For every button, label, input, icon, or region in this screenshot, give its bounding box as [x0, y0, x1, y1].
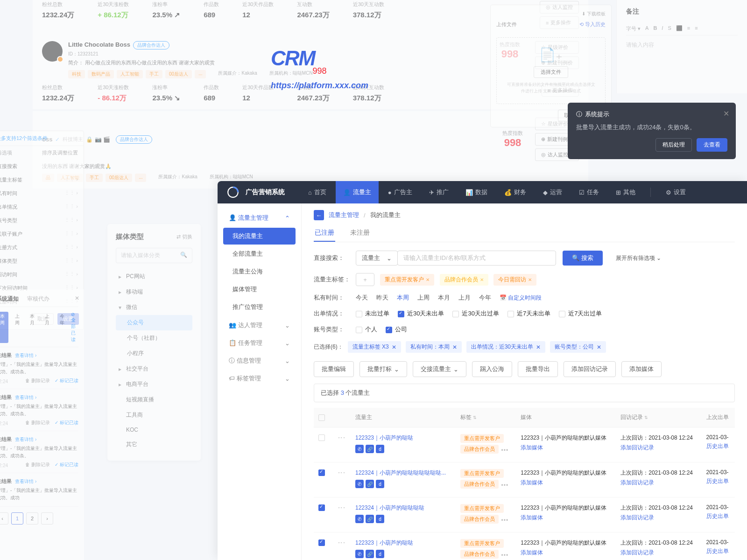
switch-link[interactable]: ⇄ 切换 — [176, 233, 192, 240]
link-icon[interactable]: 🔗 — [366, 515, 374, 523]
publisher-link[interactable]: 122324｜小葫芦的哒哒哒哒哒哒哒... — [355, 469, 451, 477]
add-visit-button[interactable]: 添加回访记录 — [564, 361, 616, 377]
view-button[interactable]: 去查看 — [697, 138, 727, 152]
more-tags-icon[interactable]: ••• — [501, 447, 509, 454]
filter-tag[interactable]: 品牌合作会员 ✕ — [440, 274, 488, 286]
filter-option[interactable]: 媒体类型⋮⋮ › — [0, 254, 84, 268]
checkbox-option[interactable]: 近30天未出单 — [398, 309, 444, 318]
sidebar-item-slot-mgmt[interactable]: 推广位管理 — [223, 299, 296, 315]
time-option[interactable]: 上月 — [458, 294, 471, 302]
link-icon[interactable]: 🔗 — [366, 445, 374, 453]
tree-node[interactable]: ▸电商平台 — [116, 377, 192, 392]
tree-node[interactable]: ▸PC网站 — [116, 269, 192, 284]
close-icon[interactable]: ✕ — [75, 295, 79, 301]
add-visit-link[interactable]: 添加回访记录 — [620, 514, 697, 522]
tree-leaf[interactable]: 个号（社群） — [116, 330, 192, 346]
sidebar-item-media-mgmt[interactable]: 媒体管理 — [223, 281, 296, 298]
row-menu-icon[interactable]: ⋮ — [337, 539, 346, 546]
time-option[interactable]: 今天 — [356, 294, 368, 302]
checkbox-option[interactable]: 公司 — [386, 325, 407, 334]
row-checkbox[interactable] — [318, 539, 325, 546]
tree-node[interactable]: 短视频直播 — [116, 392, 192, 407]
row-menu-icon[interactable]: ⋮ — [337, 434, 346, 441]
add-visit-link[interactable]: 添加回访记录 — [620, 549, 697, 557]
sidebar-item-public-sea[interactable]: 流量主公海 — [223, 263, 296, 280]
time-option[interactable]: 本月 — [438, 294, 450, 302]
filter-option[interactable]: 流量主标签⋮⋮ › — [0, 173, 84, 187]
export-button[interactable]: 批量导出 — [518, 361, 558, 377]
remark-textarea[interactable]: 请输入内容 — [626, 41, 738, 49]
tree-leaf[interactable]: 公众号 — [116, 315, 192, 330]
bulk-edit-button[interactable]: 批量编辑 — [314, 361, 354, 377]
selected-tag[interactable]: 流量主标签 X3 ✕ — [348, 341, 401, 353]
checkbox-option[interactable]: 近30天出过单 — [452, 309, 499, 318]
phone-icon[interactable]: ✆ — [355, 480, 364, 488]
upload-dropzone[interactable]: 📄₊ 选择文件 可直接将准备好的文件有拖拽至此或点击选择文件进行上传 支持xls… — [496, 37, 606, 104]
more-tags-icon[interactable]: ••• — [501, 552, 509, 559]
more-tags-icon[interactable]: ••• — [501, 482, 509, 489]
tree-leaf[interactable]: 小程序 — [116, 346, 192, 361]
publisher-link[interactable]: 122324｜小葫芦的哒哒哒哒 — [355, 504, 451, 512]
avatar[interactable] — [42, 41, 63, 62]
tree-node[interactable]: 其它 — [116, 437, 192, 452]
tab-review[interactable]: 审核代办 — [27, 295, 49, 303]
profile-icon[interactable]: d — [376, 480, 384, 488]
profile-icon[interactable]: d — [376, 515, 384, 523]
filter-option[interactable]: 回访时间⋮⋮ › — [0, 268, 84, 281]
close-icon[interactable]: ✕ — [723, 109, 729, 118]
publisher-link[interactable]: 122323｜小葫芦的哒哒 — [355, 434, 451, 442]
filter-option[interactable]: 注册方式⋮⋮ › — [0, 241, 84, 254]
kick-button[interactable]: 踢入公海 — [472, 361, 512, 377]
back-button[interactable]: ← — [314, 210, 324, 220]
nav-ops[interactable]: ◆ 运营 — [536, 181, 570, 203]
filter-option[interactable]: 私有时间⋮⋮ › — [0, 187, 84, 200]
tab-registered[interactable]: 已注册 — [314, 225, 335, 242]
add-media-button[interactable]: 添加媒体 — [621, 361, 662, 377]
nav-finance[interactable]: 💰 财务 — [497, 181, 534, 203]
time-option[interactable]: 昨天 — [376, 294, 388, 302]
checkbox-option[interactable]: 近7天出过单 — [559, 309, 602, 318]
selected-tag[interactable]: 私有时间：本周 ✕ — [406, 341, 462, 353]
sidebar-section-info[interactable]: ⓘ 信息管理⌄ — [223, 352, 296, 370]
sidebar-section-task[interactable]: 📋 任务管理⌄ — [223, 334, 296, 352]
search-type-select[interactable]: 流量主⌄ — [356, 251, 398, 266]
tree-node[interactable]: ▸移动端 — [116, 284, 192, 300]
row-checkbox[interactable] — [318, 504, 325, 511]
tree-node[interactable]: 工具商 — [116, 407, 192, 423]
select-all-checkbox[interactable] — [318, 414, 325, 421]
history-link[interactable]: 历史出单 — [706, 547, 730, 555]
checkbox-option[interactable]: 近7天未出单 — [507, 309, 550, 318]
nav-settings[interactable]: ⚙ 设置 — [658, 181, 693, 203]
phone-icon[interactable]: ✆ — [355, 515, 364, 523]
search-button[interactable]: 🔍 搜索 — [563, 251, 603, 266]
notification-item[interactable]: 主结果 查看详情 › 管理」-「我的流量主」批量导入流量主成功。成功条。 12:… — [0, 431, 78, 473]
time-option[interactable]: 今年 — [479, 294, 491, 302]
import-history-link[interactable]: ⟲ 导入历史 — [579, 21, 606, 28]
expand-filters-link[interactable]: 展开所有筛选项 ⌄ — [616, 254, 661, 262]
filter-tag[interactable]: 今日需回访 ✕ — [493, 274, 536, 286]
media-search-input[interactable]: 请输入媒体分类 🔍 — [116, 248, 192, 263]
filter-option[interactable]: 账号类型⋮⋮ › — [0, 214, 84, 227]
publisher-link[interactable]: 122323｜小葫芦的哒哒 — [355, 539, 451, 547]
history-link[interactable]: 历史出单 — [706, 442, 730, 450]
add-media-link[interactable]: 添加媒体 — [521, 549, 611, 557]
download-template-link[interactable]: ⬇ 下载模板 — [496, 11, 606, 17]
filter-tag[interactable]: 重点需开发客户 ✕ — [380, 274, 434, 286]
tab-unregistered[interactable]: 未注册 — [349, 225, 371, 242]
nav-advertiser[interactable]: ● 广告主 — [381, 181, 420, 203]
phone-icon[interactable]: ✆ — [355, 550, 364, 558]
nav-tasks[interactable]: ☑ 任务 — [571, 181, 606, 203]
time-option[interactable]: 上周 — [417, 294, 430, 302]
sidebar-section-publisher[interactable]: 👤 流量主管理⌃ — [223, 209, 296, 227]
more-tags-icon[interactable]: ••• — [501, 517, 509, 524]
row-checkbox[interactable] — [318, 434, 325, 441]
handover-button[interactable]: 交接流量主 ⌄ — [413, 361, 466, 377]
tree-node[interactable]: ▸社交平台 — [116, 361, 192, 377]
add-media-link[interactable]: 添加媒体 — [521, 479, 611, 487]
profile-icon[interactable]: d — [376, 550, 384, 558]
checkbox-option[interactable]: 未出过单 — [356, 309, 389, 318]
filter-option[interactable]: 关联子账户⋮⋮ › — [0, 227, 84, 241]
link-icon[interactable]: 🔗 — [366, 480, 374, 488]
notification-item[interactable]: 主结果 查看详情 › 管理」-「我的流量主」批量导入流量主成功。成功 — [0, 473, 78, 507]
checkbox-option[interactable]: 个人 — [356, 325, 377, 334]
